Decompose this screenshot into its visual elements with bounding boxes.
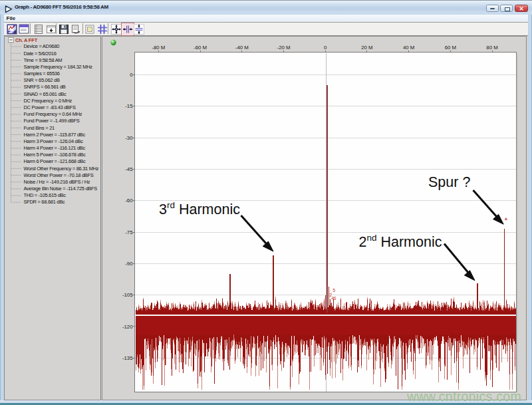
svg-text:-75: -75 (125, 229, 133, 235)
svg-text:40 M: 40 M (403, 45, 414, 51)
svg-text:-40 M: -40 M (235, 45, 249, 51)
svg-text:-90: -90 (125, 261, 133, 267)
svg-text:-45: -45 (125, 166, 133, 172)
svg-text:60 M: 60 M (445, 45, 456, 51)
svg-text:-135: -135 (122, 355, 133, 361)
svg-text:-80 M: -80 M (152, 45, 165, 51)
svg-text:-30: -30 (125, 135, 133, 141)
svg-text:-15: -15 (125, 103, 133, 109)
svg-text:6: 6 (334, 296, 336, 301)
svg-text:Spur ?: Spur ? (428, 174, 470, 190)
svg-text:5: 5 (332, 288, 335, 293)
svg-text:-20 M: -20 M (277, 45, 291, 51)
svg-text:-120: -120 (122, 324, 133, 330)
svg-text:80 M: 80 M (486, 45, 497, 51)
svg-text:-105: -105 (122, 292, 133, 298)
svg-text:20 M: 20 M (361, 45, 372, 51)
svg-text:-60: -60 (125, 198, 133, 203)
svg-text:0: 0 (130, 72, 133, 78)
svg-text:0: 0 (324, 45, 327, 51)
svg-text:-60 M: -60 M (194, 45, 207, 51)
